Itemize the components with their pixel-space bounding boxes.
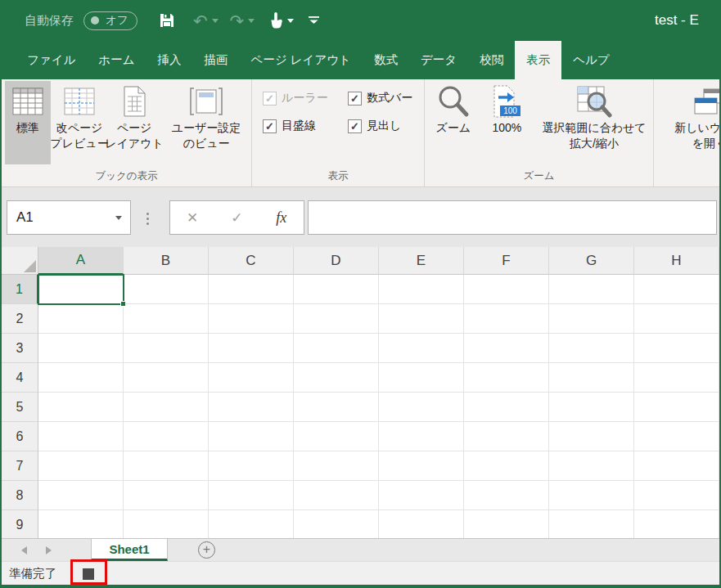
zoom-to-selection-label-2: 拡大/縮小 (570, 136, 619, 151)
redo-button[interactable]: ↷ (230, 12, 255, 29)
checkbox-formula-bar[interactable]: ✓ 数式バー (348, 91, 424, 105)
sheet-nav-previous-icon[interactable] (21, 546, 27, 554)
tab-file[interactable]: ファイル (16, 41, 87, 79)
new-window-label-2: を開く (692, 136, 719, 151)
spreadsheet-grid: A B C D E F G H 1 2 3 4 5 6 7 8 9 (2, 247, 719, 538)
row-header-4[interactable]: 4 (2, 363, 38, 393)
zoom-to-selection-button[interactable]: 選択範囲に合わせて 拡大/縮小 (535, 81, 653, 164)
checkbox-headings-label: 見出し (367, 119, 401, 133)
tab-view[interactable]: 表示 (515, 41, 561, 79)
ribbon: 標準 改ページ プレビュー (2, 79, 719, 187)
row-header-3[interactable]: 3 (2, 334, 38, 363)
tab-help[interactable]: ヘルプ (561, 41, 621, 79)
row-header-8[interactable]: 8 (2, 481, 38, 510)
customize-quick-access-toolbar-button[interactable] (309, 16, 319, 25)
row-header-1[interactable]: 1 (2, 275, 38, 304)
formula-bar-row: A1 ✕ ✓ fx (2, 187, 719, 247)
save-button[interactable] (159, 12, 175, 29)
formula-buttons: ✕ ✓ fx (169, 200, 304, 235)
fill-handle[interactable] (120, 301, 126, 307)
row-header-column: 1 2 3 4 5 6 7 8 9 (2, 275, 38, 538)
checkbox-headings-checkmark-icon: ✓ (348, 119, 362, 133)
tab-page-layout[interactable]: ページ レイアウト (240, 41, 363, 79)
sheet-tab-sheet1[interactable]: Sheet1 (91, 539, 168, 561)
select-all-triangle-icon (24, 260, 36, 272)
zoom-100-button[interactable]: 100 100% (480, 81, 534, 164)
group-workbook-views: 標準 改ページ プレビュー (2, 79, 252, 186)
column-header-b[interactable]: B (124, 247, 209, 275)
undo-dropdown-icon (212, 19, 219, 23)
zoom-button-label: ズーム (435, 120, 471, 136)
page-break-preview-button[interactable]: 改ページ プレビュー (52, 81, 106, 164)
column-header-e[interactable]: E (379, 247, 464, 275)
cells-area[interactable] (38, 275, 719, 538)
selected-cell-a1[interactable] (38, 274, 124, 305)
new-window-icon (693, 83, 719, 120)
normal-view-button[interactable]: 標準 (5, 81, 51, 164)
group-window: 新しいウィン を開く (654, 79, 719, 186)
checkbox-ruler-label: ルーラー (282, 91, 328, 105)
group-label-zoom: ズーム (425, 169, 653, 183)
formula-input[interactable] (308, 200, 717, 235)
status-ready-label: 準備完了 (9, 562, 56, 586)
redo-icon: ↷ (230, 12, 245, 29)
tab-data[interactable]: データ (409, 41, 468, 79)
zoom-to-selection-icon (576, 83, 612, 120)
row-header-7[interactable]: 7 (2, 451, 38, 481)
tab-review[interactable]: 校閲 (468, 41, 515, 79)
row-header-2[interactable]: 2 (2, 304, 38, 334)
row-header-5[interactable]: 5 (2, 393, 38, 422)
autosave-label: 自動保存 (25, 13, 74, 29)
name-box[interactable]: A1 (7, 200, 131, 235)
tab-formulas[interactable]: 数式 (363, 41, 409, 79)
zoom-to-selection-label-1: 選択範囲に合わせて (542, 120, 646, 136)
row-header-6[interactable]: 6 (2, 422, 38, 451)
status-bar: 準備完了 (2, 561, 719, 585)
zoom-button[interactable]: ズーム (428, 81, 479, 164)
undo-icon: ↶ (193, 12, 208, 29)
insert-function-button[interactable]: fx (259, 209, 304, 227)
ribbon-tab-bar: ファイル ホーム 挿入 描画 ページ レイアウト 数式 データ 校閲 表示 ヘル… (0, 41, 721, 79)
page-break-preview-icon (63, 83, 96, 120)
new-sheet-button[interactable]: + (198, 541, 215, 559)
stop-macro-recording-button[interactable] (83, 568, 94, 580)
zoom-100-badge: 100 (503, 106, 517, 115)
tab-draw[interactable]: 描画 (193, 41, 240, 79)
checkbox-ruler[interactable]: ✓ ルーラー (263, 91, 343, 105)
checkbox-ruler-checkmark-icon: ✓ (263, 92, 277, 105)
row-header-9[interactable]: 9 (2, 510, 38, 538)
zoom-100-icon: 100 (491, 83, 522, 120)
checkbox-headings[interactable]: ✓ 見出し (348, 119, 424, 133)
tab-insert[interactable]: 挿入 (146, 41, 193, 79)
column-header-d[interactable]: D (294, 247, 379, 275)
column-header-f[interactable]: F (464, 247, 549, 275)
group-label-show: 表示 (252, 169, 424, 183)
select-all-button[interactable] (2, 247, 38, 275)
formula-bar-resize-handle[interactable] (146, 213, 149, 225)
column-header-row: A B C D E F G H (2, 247, 719, 275)
enter-button[interactable]: ✓ (214, 209, 259, 227)
touch-mode-dropdown-icon (287, 19, 294, 23)
normal-view-icon (11, 83, 44, 120)
cancel-button[interactable]: ✕ (170, 209, 214, 227)
column-header-a[interactable]: A (38, 247, 124, 275)
redo-dropdown-icon (248, 19, 255, 23)
excel-window: 自動保存 オフ ↶ ↷ (0, 0, 721, 588)
column-header-c[interactable]: C (209, 247, 294, 275)
custom-views-label: ユーザー設定 (172, 120, 241, 136)
autosave-toggle[interactable]: オフ (83, 11, 137, 30)
name-box-dropdown-icon[interactable] (115, 216, 122, 220)
toggle-knob-icon (91, 16, 99, 25)
column-header-g[interactable]: G (549, 247, 634, 275)
undo-button[interactable]: ↶ (193, 12, 219, 29)
tab-home[interactable]: ホーム (87, 41, 146, 79)
custom-views-button[interactable]: ユーザー設定 のビュー (162, 81, 250, 164)
column-header-h[interactable]: H (634, 247, 719, 275)
checkbox-gridlines[interactable]: ✓ 目盛線 (263, 119, 343, 133)
customize-qat-icon (309, 16, 319, 25)
touch-pointer-icon (269, 12, 283, 29)
new-window-button[interactable]: 新しいウィン を開く (660, 81, 719, 164)
page-layout-view-button[interactable]: ページ レイアウト (108, 81, 160, 164)
touch-mouse-mode-button[interactable] (269, 12, 294, 29)
sheet-nav-next-icon[interactable] (46, 546, 52, 554)
